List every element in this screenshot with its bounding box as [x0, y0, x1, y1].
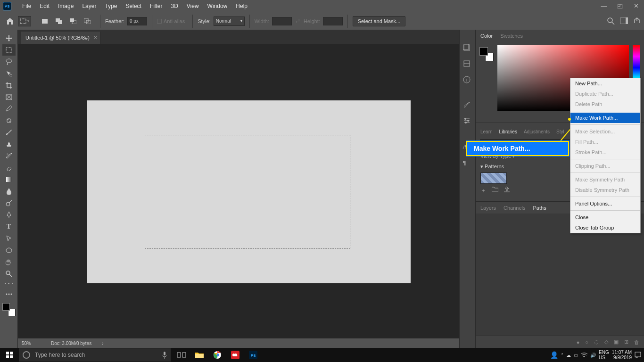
paragraph-panel-icon[interactable]: ¶: [463, 159, 472, 168]
tool-rectangular-marquee[interactable]: [2, 44, 16, 56]
tool-brush[interactable]: [2, 127, 16, 138]
layers-tab[interactable]: Layers: [480, 205, 496, 211]
tool-quick-selection[interactable]: [2, 68, 16, 79]
color-swatches[interactable]: [2, 303, 16, 316]
libraries-tab[interactable]: Libraries: [499, 129, 517, 134]
zoom-level[interactable]: 50%: [22, 341, 41, 346]
history-panel-icon[interactable]: [463, 44, 472, 53]
tool-pen[interactable]: [2, 209, 16, 221]
tray-lang2[interactable]: US: [599, 355, 609, 360]
menu-edit[interactable]: Edit: [35, 0, 54, 12]
window-minimize-icon[interactable]: —: [596, 0, 612, 12]
selection-new-icon[interactable]: [39, 15, 51, 27]
menu-window[interactable]: Window: [203, 0, 232, 12]
ctx-close-tab-group[interactable]: Close Tab Group: [570, 222, 640, 233]
menu-filter[interactable]: Filter: [146, 0, 167, 12]
tray-clock[interactable]: 11:07 AM 9/9/2019: [612, 350, 632, 360]
doc-tab-close-icon[interactable]: ×: [94, 34, 97, 41]
pattern-swatch[interactable]: [480, 173, 507, 184]
tool-path-selection[interactable]: [2, 233, 16, 244]
mic-icon[interactable]: [162, 351, 167, 359]
menu-layer[interactable]: Layer: [78, 0, 100, 12]
fill-path-icon[interactable]: ●: [577, 339, 580, 345]
tool-eyedropper[interactable]: [2, 103, 16, 115]
fg-bg-swatch[interactable]: [479, 47, 494, 61]
select-and-mask-button[interactable]: Select and Mask...: [353, 16, 406, 26]
tool-more-icon[interactable]: [5, 283, 13, 286]
feather-input[interactable]: [127, 17, 147, 25]
styles-tab[interactable]: Styl: [556, 129, 564, 134]
window-restore-icon[interactable]: ◰: [612, 0, 628, 12]
search-icon[interactable]: [607, 17, 615, 25]
canvas[interactable]: [18, 44, 459, 338]
tool-crop[interactable]: [2, 80, 16, 91]
menu-type[interactable]: Type: [100, 0, 121, 12]
ctx-new-path[interactable]: New Path...: [570, 78, 640, 89]
upload-icon[interactable]: [504, 187, 510, 195]
ctx-panel-options[interactable]: Panel Options...: [570, 198, 640, 209]
status-chevron-icon[interactable]: ›: [102, 341, 103, 346]
start-button[interactable]: [0, 348, 19, 362]
tool-shape[interactable]: [2, 245, 16, 256]
tool-type[interactable]: T: [2, 221, 16, 232]
chrome-icon[interactable]: [208, 348, 226, 362]
tool-lasso[interactable]: [2, 56, 16, 67]
add-asset-icon[interactable]: ＋: [480, 187, 486, 195]
battery-icon[interactable]: ▭: [574, 353, 578, 358]
stroke-path-icon[interactable]: ○: [585, 339, 588, 345]
selection-intersect-icon[interactable]: [81, 15, 93, 27]
volume-icon[interactable]: 🔊: [590, 353, 596, 358]
menu-image[interactable]: Image: [54, 0, 78, 12]
tool-edit-toolbar[interactable]: [2, 288, 16, 300]
menu-select[interactable]: Select: [121, 0, 145, 12]
add-mask-icon[interactable]: ▣: [614, 339, 619, 345]
tool-frame[interactable]: [2, 91, 16, 103]
onedrive-icon[interactable]: ☁: [566, 353, 571, 358]
notifications-icon[interactable]: [635, 352, 641, 358]
taskbar-search[interactable]: Type here to search: [19, 348, 171, 362]
new-path-icon[interactable]: ⊞: [624, 339, 628, 345]
properties-panel-icon[interactable]: [463, 60, 472, 69]
add-folder-icon[interactable]: [492, 187, 498, 195]
path-to-selection-icon[interactable]: ◌: [594, 339, 599, 345]
info-panel-icon[interactable]: i: [463, 76, 472, 85]
brush-settings-panel-icon[interactable]: [463, 117, 472, 127]
wifi-icon[interactable]: [581, 353, 587, 358]
tool-clone-stamp[interactable]: [2, 139, 16, 150]
tool-healing[interactable]: [2, 115, 16, 126]
doc-tab[interactable]: Untitled-1 @ 50% (RGB/8#) ×: [21, 32, 100, 44]
ctx-close[interactable]: Close: [570, 212, 640, 222]
tool-dodge[interactable]: [2, 197, 16, 209]
tool-zoom[interactable]: [2, 268, 16, 280]
menu-view[interactable]: View: [182, 0, 203, 12]
workspace-icon[interactable]: [620, 17, 628, 25]
brushes-panel-icon[interactable]: [463, 101, 472, 111]
menu-file[interactable]: File: [18, 0, 35, 12]
style-select[interactable]: Normal▾: [214, 16, 245, 26]
home-icon[interactable]: [4, 15, 16, 27]
selection-subtract-icon[interactable]: [67, 15, 79, 27]
menu-help[interactable]: Help: [231, 0, 252, 12]
color-tab[interactable]: Color: [480, 33, 493, 39]
selection-add-icon[interactable]: [53, 15, 65, 27]
tool-eraser[interactable]: [2, 162, 16, 173]
selection-to-path-icon[interactable]: ◇: [604, 339, 608, 345]
tool-gradient[interactable]: [2, 174, 16, 185]
creative-cloud-icon[interactable]: [226, 348, 244, 362]
share-icon[interactable]: [634, 17, 640, 25]
photoshop-icon[interactable]: Ps: [244, 348, 262, 362]
swatches-tab[interactable]: Swatches: [500, 33, 523, 39]
adjustments-tab[interactable]: Adjustments: [524, 129, 550, 134]
ctx-make-work-path[interactable]: Make Work Path...: [570, 113, 640, 123]
tool-blur[interactable]: [2, 186, 16, 197]
task-view-icon[interactable]: [173, 348, 190, 362]
channels-tab[interactable]: Channels: [504, 205, 525, 211]
tool-history-brush[interactable]: [2, 150, 16, 162]
menu-3d[interactable]: 3D: [166, 0, 182, 12]
file-explorer-icon[interactable]: [190, 348, 208, 362]
tray-chevron-icon[interactable]: ˄: [561, 353, 563, 358]
tray-lang1[interactable]: ENG: [599, 350, 609, 355]
learn-tab[interactable]: Learn: [480, 129, 493, 134]
tool-hand[interactable]: [2, 256, 16, 268]
window-close-icon[interactable]: ✕: [628, 0, 644, 12]
